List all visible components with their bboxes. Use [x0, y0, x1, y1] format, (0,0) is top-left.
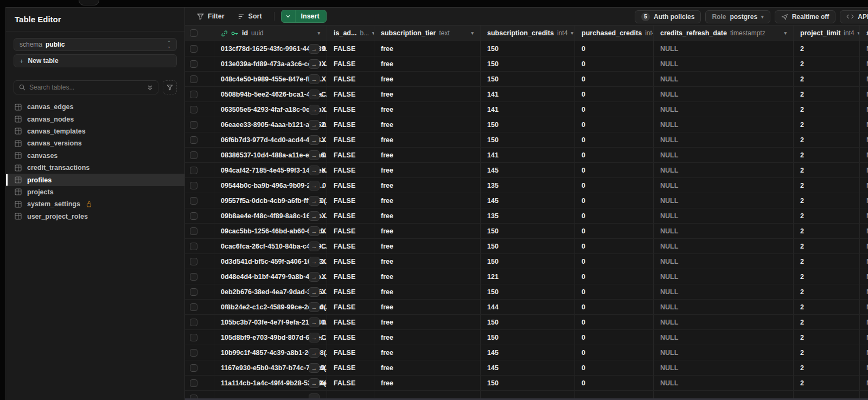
cell-clipped[interactable]: NULL [860, 330, 868, 345]
column-header-purchased-credits[interactable]: purchased_credits int4 ▾ [575, 26, 654, 41]
cell-purchased-credits[interactable]: 0 [575, 360, 654, 375]
cell-clipped[interactable]: NULL [860, 148, 868, 162]
cell-clipped[interactable]: NULL [860, 72, 868, 86]
row-checkbox[interactable] [190, 258, 197, 265]
cell-clipped[interactable]: NULL [860, 132, 868, 147]
cell-credits-refresh-date[interactable]: NULL [654, 72, 794, 86]
cell-purchased-credits[interactable]: 0 [575, 87, 654, 101]
cell-is-admin[interactable]: FALSE [327, 178, 374, 193]
cell-clipped[interactable]: NULL [860, 376, 868, 390]
cell-subscription-tier[interactable]: free [374, 87, 481, 101]
cell-id[interactable]: 048c4e50-b989-455e-847e-fb2f... → X [214, 72, 327, 86]
cell-purchased-credits[interactable]: 0 [575, 132, 654, 147]
expand-row-button[interactable]: → [309, 257, 320, 266]
cell-subscription-credits[interactable]: 150 [481, 56, 575, 71]
cell-project-limit[interactable]: 2 [794, 239, 860, 253]
table-row[interactable]: 0d48e4d4-b1bf-4479-9a8b-4a4b... → X FALS… [185, 269, 868, 284]
cell-project-limit[interactable]: 2 [794, 72, 860, 86]
cell-subscription-credits[interactable]: 144 [481, 300, 575, 314]
filter-tables-button[interactable] [163, 80, 177, 94]
sidebar-table-item[interactable]: profiles [6, 174, 184, 186]
cell-credits-refresh-date[interactable]: NULL [654, 148, 794, 162]
cell-id[interactable]: 0d48e4d4-b1bf-4479-9a8b-4a4b... → X [214, 269, 327, 284]
cell-is-admin[interactable]: FALSE [327, 41, 374, 56]
cell-subscription-credits[interactable]: 141 [481, 148, 575, 162]
cell-credits-refresh-date[interactable]: NULL [654, 345, 794, 360]
row-checkbox[interactable] [190, 121, 197, 129]
cell-subscription-credits[interactable]: 150 [481, 376, 575, 390]
expand-row-button[interactable]: → [309, 333, 320, 342]
cell-project-limit[interactable]: 2 [794, 315, 860, 329]
search-tables-input[interactable]: Search tables... [14, 80, 158, 94]
cell-purchased-credits[interactable]: 0 [575, 163, 654, 177]
filter-button[interactable]: Filter [192, 10, 230, 23]
cell-id[interactable]: 1167e930-e5b0-43b7-b74c-788c9... → 0( [214, 360, 327, 375]
cell-purchased-credits[interactable]: 0 [575, 56, 654, 71]
cell-is-admin[interactable]: FALSE [327, 148, 374, 162]
realtime-toggle-button[interactable]: Realtime off [775, 10, 836, 23]
cell-is-admin[interactable]: FALSE [327, 72, 374, 86]
cell-purchased-credits[interactable]: 0 [575, 193, 654, 208]
cell-subscription-tier[interactable]: free [374, 56, 481, 71]
cell-credits-refresh-date[interactable]: NULL [654, 254, 794, 269]
table-row[interactable]: 0f8b24e2-c1c2-4589-99ce-2c52d... → 0( FA… [185, 300, 868, 315]
cell-clipped[interactable]: NULL [860, 300, 868, 314]
row-checkbox[interactable] [190, 334, 197, 341]
table-row[interactable]: 013e039a-fd89-473a-a3c6-ccfa9... → X FAL… [185, 56, 868, 72]
cell-is-admin[interactable]: FALSE [327, 193, 374, 208]
cell-project-limit[interactable]: 2 [794, 193, 860, 208]
row-checkbox[interactable] [190, 45, 197, 53]
cell-id[interactable]: 06f6b7d3-977d-4cd0-acd4-4a78... → X [214, 132, 327, 147]
column-header-is-admin[interactable]: is_ad... b... ▾ [327, 26, 374, 41]
cell-credits-refresh-date[interactable]: NULL [654, 102, 794, 117]
column-menu-icon[interactable]: ▾ [571, 30, 573, 36]
cell-subscription-tier[interactable]: free [374, 284, 481, 299]
cell-project-limit[interactable]: 2 [794, 345, 860, 360]
cell-is-admin[interactable]: FALSE [327, 254, 374, 269]
expand-row-button[interactable]: → [309, 348, 320, 358]
cell-purchased-credits[interactable]: 0 [575, 345, 654, 360]
cell-subscription-tier[interactable]: free [374, 132, 481, 147]
cell-id[interactable]: 09cac5bb-1256-46bd-ab60-64ed... → X [214, 224, 327, 238]
cell-subscription-credits[interactable]: 141 [481, 87, 575, 101]
cell-subscription-tier[interactable]: free [374, 345, 481, 360]
cell-credits-refresh-date[interactable]: NULL [654, 284, 794, 299]
cell-subscription-tier[interactable]: free [374, 360, 481, 375]
table-row[interactable]: 0eb2b676-38ed-4ea7-9dad-38e6... → X FALS… [185, 284, 868, 300]
expand-row-button[interactable]: → [309, 272, 320, 282]
cell-is-admin[interactable]: FALSE [327, 102, 374, 117]
role-select-button[interactable]: Role postgres ▾ [705, 10, 770, 23]
table-row[interactable]: 0cac6fca-26cf-4510-84ba-c4580... → -C FA… [185, 239, 868, 254]
row-checkbox[interactable] [190, 273, 197, 281]
cell-is-admin[interactable]: FALSE [327, 163, 374, 177]
cell-is-admin[interactable]: FALSE [327, 269, 374, 284]
column-menu-icon[interactable]: ▾ [784, 30, 787, 36]
cell-credits-refresh-date[interactable]: NULL [654, 208, 794, 223]
cell-id[interactable]: 06eaee33-8905-4aaa-b121-ab552... → 0 [214, 117, 327, 132]
cell-is-admin[interactable]: FALSE [327, 87, 374, 101]
column-header-subscription-tier[interactable]: subscription_tier text ▾ [374, 26, 481, 41]
expand-row-button[interactable]: → [309, 150, 320, 160]
column-header-clipped[interactable]: su [860, 26, 868, 41]
expand-row-button[interactable]: → [309, 196, 320, 206]
table-row[interactable]: 094caf42-7185-4e45-99f3-14abee... → X FA… [185, 163, 868, 178]
row-checkbox[interactable] [190, 227, 197, 235]
cell-is-admin[interactable]: FALSE [327, 315, 374, 329]
cell-id[interactable]: 013e039a-fd89-473a-a3c6-ccfa9... → X [214, 56, 327, 71]
cell-subscription-tier[interactable]: free [374, 178, 481, 193]
cell-id[interactable]: 0508b94b-5ee2-4626-bca1-4bca... → -C [214, 87, 327, 101]
sidebar-table-item[interactable]: canvas_edges [6, 101, 184, 113]
table-row[interactable]: 063505e5-4293-4faf-a18c-0e65b... → X FAL… [185, 102, 868, 117]
cell-subscription-tier[interactable]: free [374, 224, 481, 238]
cell-purchased-credits[interactable]: 0 [575, 376, 654, 390]
cell-clipped[interactable]: NULL [860, 239, 868, 253]
cell-project-limit[interactable]: 2 [794, 148, 860, 162]
cell-is-admin[interactable]: FALSE [327, 239, 374, 253]
cell-is-admin[interactable]: FALSE [327, 284, 374, 299]
cell-is-admin[interactable]: FALSE [327, 208, 374, 223]
insert-chevron-icon[interactable] [282, 10, 296, 22]
row-checkbox[interactable] [190, 106, 197, 113]
cell-id[interactable]: 09544b0c-ba9b-496a-9b09-244... → 0 [214, 178, 327, 193]
cell-subscription-credits[interactable]: 150 [481, 117, 575, 132]
cell-credits-refresh-date[interactable]: NULL [654, 41, 794, 56]
